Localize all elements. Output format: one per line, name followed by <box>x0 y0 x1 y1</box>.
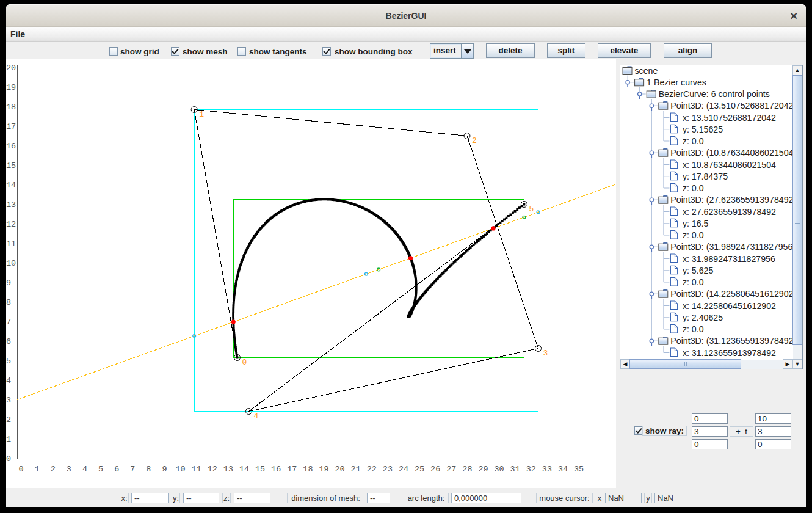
svg-text:17: 17 <box>6 122 16 131</box>
svg-text:z: 0.0: z: 0.0 <box>683 230 704 240</box>
svg-text:13: 13 <box>6 200 16 209</box>
svg-text:8: 8 <box>6 298 11 307</box>
svg-text:z: 0.0: z: 0.0 <box>683 277 704 287</box>
svg-text:z: 0.0: z: 0.0 <box>683 324 704 334</box>
svg-text:1: 1 <box>6 435 11 444</box>
svg-text:1 Bezier curves: 1 Bezier curves <box>647 78 706 87</box>
svg-text:35: 35 <box>574 465 584 474</box>
svg-text:BezierCurve: 6 control points: BezierCurve: 6 control points <box>659 89 770 99</box>
svg-text:z: 0.0: z: 0.0 <box>683 183 704 193</box>
svg-text:32: 32 <box>526 465 536 474</box>
svg-text:x: 13.510752688172042: x: 13.510752688172042 <box>683 113 776 123</box>
svg-text:10: 10 <box>175 465 185 474</box>
svg-text:14: 14 <box>239 465 249 474</box>
svg-text:18: 18 <box>6 103 16 112</box>
svg-text:16: 16 <box>271 465 281 474</box>
svg-text:Point3D: (13.510752688172042,: Point3D: (13.510752688172042, 5.15625, 0… <box>670 101 792 111</box>
svg-text:Point3D: (10.876344086021504,: Point3D: (10.876344086021504, 17.84375, … <box>670 148 792 158</box>
svg-text:19: 19 <box>6 83 16 92</box>
svg-text:1: 1 <box>199 110 204 119</box>
svg-text:9: 9 <box>6 278 11 288</box>
svg-text:11: 11 <box>192 465 201 474</box>
svg-text:16: 16 <box>6 142 16 151</box>
svg-text:10: 10 <box>6 259 16 268</box>
svg-text:x: 31.989247311827956: x: 31.989247311827956 <box>683 254 775 264</box>
svg-text:x: 10.876344086021504: x: 10.876344086021504 <box>683 160 776 170</box>
svg-text:19: 19 <box>319 465 328 474</box>
svg-text:30: 30 <box>494 465 504 474</box>
svg-text:3: 3 <box>67 465 71 474</box>
svg-text:y: 16.5: y: 16.5 <box>683 219 709 228</box>
svg-text:4: 4 <box>254 412 259 421</box>
svg-text:13: 13 <box>223 465 233 474</box>
svg-text:Point3D: (27.623655913978492,: Point3D: (27.623655913978492, 16.5, 0.0) <box>670 195 792 205</box>
svg-text:3: 3 <box>543 349 548 358</box>
svg-text:y: 5.625: y: 5.625 <box>683 266 714 275</box>
svg-text:5: 5 <box>6 357 11 366</box>
svg-text:5: 5 <box>529 205 534 214</box>
svg-text:4: 4 <box>82 465 87 474</box>
svg-text:2: 2 <box>51 465 56 474</box>
svg-text:25: 25 <box>415 465 424 474</box>
svg-text:y: 5.15625: y: 5.15625 <box>683 125 723 134</box>
svg-text:3: 3 <box>6 396 11 405</box>
svg-text:Point3D: (31.989247311827956,: Point3D: (31.989247311827956, 5.625, 0.0… <box>670 242 792 252</box>
svg-text:14: 14 <box>6 181 16 190</box>
svg-text:0: 0 <box>19 465 24 474</box>
svg-text:17: 17 <box>287 465 297 474</box>
svg-text:20: 20 <box>6 64 16 73</box>
svg-text:Point3D: (31.123655913978492,: Point3D: (31.123655913978492, 13.0, 0.0) <box>670 336 792 346</box>
svg-text:31: 31 <box>510 465 520 474</box>
svg-text:15: 15 <box>6 161 16 170</box>
svg-text:Point3D: (14.225806451612902,: Point3D: (14.225806451612902, 2.40625, 0… <box>670 289 792 299</box>
svg-text:18: 18 <box>303 465 313 474</box>
svg-text:33: 33 <box>542 465 552 474</box>
svg-text:21: 21 <box>351 465 361 474</box>
svg-text:11: 11 <box>6 239 16 249</box>
svg-text:4: 4 <box>6 376 11 385</box>
svg-text:12: 12 <box>208 465 217 474</box>
svg-text:2: 2 <box>6 415 11 424</box>
svg-text:y: 17.84375: y: 17.84375 <box>683 172 728 181</box>
svg-text:26: 26 <box>430 465 440 474</box>
svg-text:9: 9 <box>162 465 167 474</box>
svg-text:0: 0 <box>242 358 247 367</box>
svg-text:20: 20 <box>335 465 344 474</box>
svg-text:x: 31.123655913978492: x: 31.123655913978492 <box>683 348 776 358</box>
svg-text:z: 0.0: z: 0.0 <box>683 136 704 146</box>
svg-text:x: 14.225806451612902: x: 14.225806451612902 <box>683 301 776 311</box>
svg-text:12: 12 <box>6 220 16 229</box>
svg-text:28: 28 <box>462 465 472 474</box>
svg-text:6: 6 <box>6 337 11 346</box>
svg-text:0: 0 <box>6 454 11 464</box>
svg-text:2: 2 <box>472 136 477 145</box>
svg-text:7: 7 <box>6 318 11 327</box>
svg-text:27: 27 <box>446 465 456 474</box>
svg-text:34: 34 <box>558 465 568 474</box>
svg-text:8: 8 <box>146 465 151 474</box>
svg-text:x: 27.623655913978492: x: 27.623655913978492 <box>683 207 776 217</box>
svg-text:6: 6 <box>114 465 119 474</box>
svg-text:22: 22 <box>367 465 377 474</box>
svg-text:5: 5 <box>98 465 103 474</box>
svg-text:29: 29 <box>478 465 488 474</box>
svg-text:15: 15 <box>255 465 265 474</box>
svg-text:23: 23 <box>383 465 393 474</box>
svg-text:24: 24 <box>399 465 408 474</box>
svg-text:7: 7 <box>130 465 135 474</box>
svg-text:y: 2.40625: y: 2.40625 <box>683 313 723 322</box>
svg-text:1: 1 <box>35 465 40 474</box>
svg-text:scene: scene <box>635 66 658 76</box>
